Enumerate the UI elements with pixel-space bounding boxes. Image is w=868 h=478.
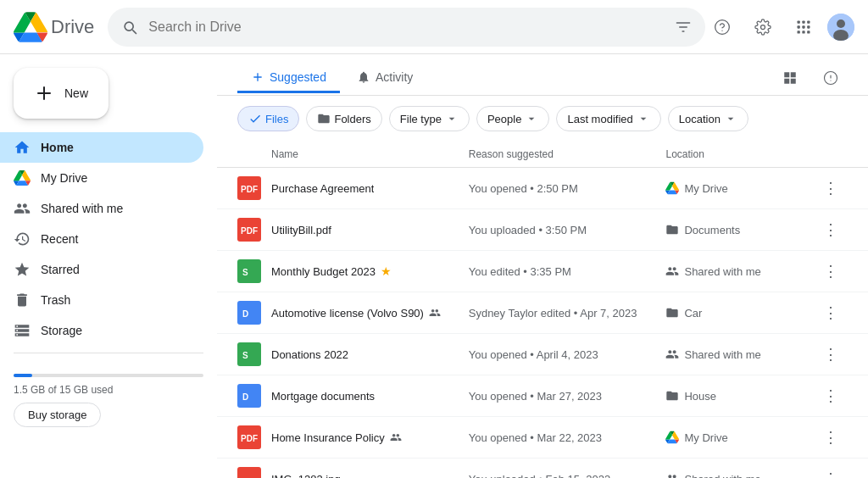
help-button[interactable] bbox=[705, 10, 739, 44]
file-name: Monthly Budget 2023 bbox=[271, 265, 376, 278]
table-row[interactable]: PDF Purchase Agreement You opened • 2:50… bbox=[217, 168, 868, 209]
file-name: Purchase Agreement bbox=[271, 182, 374, 195]
filter-icon[interactable] bbox=[675, 19, 692, 36]
file-name-cell: Automotive license (Volvo S90) bbox=[271, 307, 469, 320]
sidebar-item-my-drive[interactable]: My Drive bbox=[0, 163, 203, 193]
tab-suggested-label: Suggested bbox=[270, 70, 326, 84]
tab-activity-label: Activity bbox=[376, 70, 413, 84]
svg-rect-22 bbox=[237, 342, 261, 366]
search-input[interactable] bbox=[148, 19, 665, 35]
storage-bar-fill bbox=[14, 374, 32, 377]
file-rows-container: PDF Purchase Agreement You opened • 2:50… bbox=[217, 168, 868, 478]
file-location-label: House bbox=[684, 390, 716, 403]
svg-rect-9 bbox=[807, 31, 810, 33]
more-options-button[interactable]: ⋮ bbox=[817, 216, 844, 243]
apps-button[interactable] bbox=[787, 10, 821, 44]
file-name: UtilityBill.pdf bbox=[271, 224, 331, 236]
more-options-button[interactable]: ⋮ bbox=[817, 175, 844, 202]
filter-people[interactable]: People bbox=[476, 106, 549, 131]
table-row[interactable]: S Donations 2022 You opened • April 4, 2… bbox=[217, 334, 868, 375]
sidebar-item-storage[interactable]: Storage bbox=[0, 315, 203, 346]
file-type-icon: S bbox=[237, 342, 261, 366]
file-type-icon: IMG bbox=[237, 467, 261, 478]
sidebar-item-shared[interactable]: Shared with me bbox=[0, 193, 203, 224]
avatar[interactable] bbox=[827, 14, 854, 41]
file-type-icon: PDF bbox=[237, 176, 261, 200]
sidebar-item-trash[interactable]: Trash bbox=[0, 285, 203, 315]
grid-view-button[interactable] bbox=[773, 61, 807, 95]
file-location: Car bbox=[665, 306, 814, 320]
more-options-button[interactable]: ⋮ bbox=[817, 341, 844, 368]
storage-bar-bg bbox=[14, 374, 203, 377]
shared-icon bbox=[390, 431, 402, 443]
svg-text:PDF: PDF bbox=[241, 185, 258, 194]
svg-rect-20 bbox=[237, 301, 261, 325]
file-location: Shared with me bbox=[665, 472, 814, 478]
svg-text:S: S bbox=[242, 268, 248, 277]
file-name: Automotive license (Volvo S90) bbox=[271, 307, 424, 320]
info-button[interactable] bbox=[814, 61, 848, 95]
star-icon: ★ bbox=[381, 264, 392, 278]
svg-text:S: S bbox=[242, 351, 248, 360]
sidebar-item-recent-label: Recent bbox=[41, 232, 78, 246]
file-list: Name Reason suggested Location PDF Purch… bbox=[217, 142, 868, 478]
buy-storage-button[interactable]: Buy storage bbox=[14, 403, 101, 427]
file-reason: You uploaded • Feb 15, 2023 bbox=[469, 473, 666, 479]
table-row[interactable]: S Monthly Budget 2023 ★ You edited • 3:3… bbox=[217, 251, 868, 292]
sidebar-item-home-label: Home bbox=[41, 141, 74, 154]
svg-rect-2 bbox=[802, 20, 804, 23]
main-layout: New Home My Drive Shared with me bbox=[0, 54, 868, 478]
svg-text:PDF: PDF bbox=[241, 434, 258, 443]
shared-icon bbox=[429, 307, 441, 319]
new-button[interactable]: New bbox=[14, 68, 108, 119]
file-location: My Drive bbox=[665, 431, 814, 444]
filter-file-type[interactable]: File type bbox=[389, 106, 470, 131]
logo: Drive bbox=[14, 10, 94, 44]
file-actions: ⋮ bbox=[814, 341, 848, 368]
table-row[interactable]: PDF Home Insurance Policy You opened • M… bbox=[217, 417, 868, 459]
svg-rect-7 bbox=[798, 31, 800, 33]
table-row[interactable]: D Mortgage documents You opened • Mar 27… bbox=[217, 375, 868, 417]
filter-files[interactable]: Files bbox=[237, 106, 299, 131]
more-options-button[interactable]: ⋮ bbox=[817, 382, 844, 409]
table-row[interactable]: D Automotive license (Volvo S90) Sydney … bbox=[217, 292, 868, 334]
filter-location[interactable]: Location bbox=[668, 106, 748, 131]
file-actions: ⋮ bbox=[814, 175, 848, 202]
file-location-label: Shared with me bbox=[684, 348, 760, 361]
file-reason: Sydney Taylor edited • Apr 7, 2023 bbox=[469, 307, 666, 320]
filter-folders[interactable]: Folders bbox=[306, 106, 381, 131]
file-location: Shared with me bbox=[665, 347, 814, 361]
search-bar[interactable] bbox=[108, 8, 705, 47]
file-reason: You opened • Mar 22, 2023 bbox=[469, 431, 666, 444]
col-name-header: Name bbox=[237, 148, 469, 160]
more-options-button[interactable]: ⋮ bbox=[817, 424, 844, 451]
storage-section: 1.5 GB of 15 GB used Buy storage bbox=[0, 360, 217, 434]
svg-rect-1 bbox=[798, 20, 800, 23]
sidebar-item-shared-label: Shared with me bbox=[41, 202, 123, 215]
sidebar-item-home[interactable]: Home bbox=[0, 132, 203, 163]
table-row[interactable]: PDF UtilityBill.pdf You uploaded • 3:50 … bbox=[217, 209, 868, 251]
sidebar: New Home My Drive Shared with me bbox=[0, 54, 217, 478]
main-content: Suggested Activity bbox=[217, 54, 868, 478]
file-reason: You opened • April 4, 2023 bbox=[469, 348, 666, 361]
tab-activity[interactable]: Activity bbox=[343, 64, 426, 93]
filter-bar: Files Folders File type People Last modi… bbox=[217, 96, 868, 142]
more-options-button[interactable]: ⋮ bbox=[817, 465, 844, 478]
file-name-cell: Donations 2022 bbox=[271, 348, 469, 361]
filter-last-modified[interactable]: Last modified bbox=[556, 106, 660, 131]
col-reason-header: Reason suggested bbox=[469, 148, 666, 160]
svg-point-0 bbox=[715, 19, 730, 34]
settings-button[interactable] bbox=[746, 10, 780, 44]
file-location: Documents bbox=[665, 223, 814, 236]
file-type-icon: PDF bbox=[237, 218, 261, 242]
svg-text:D: D bbox=[242, 392, 248, 402]
table-row[interactable]: IMG IMG_1283.jpg You uploaded • Feb 15, … bbox=[217, 459, 868, 478]
file-name: IMG_1283.jpg bbox=[271, 473, 341, 479]
sidebar-item-recent[interactable]: Recent bbox=[0, 224, 203, 254]
file-name: Mortgage documents bbox=[271, 390, 375, 403]
tab-suggested[interactable]: Suggested bbox=[237, 64, 340, 93]
svg-text:D: D bbox=[242, 309, 248, 319]
sidebar-item-starred[interactable]: Starred bbox=[0, 254, 203, 285]
more-options-button[interactable]: ⋮ bbox=[817, 299, 844, 326]
more-options-button[interactable]: ⋮ bbox=[817, 258, 844, 285]
